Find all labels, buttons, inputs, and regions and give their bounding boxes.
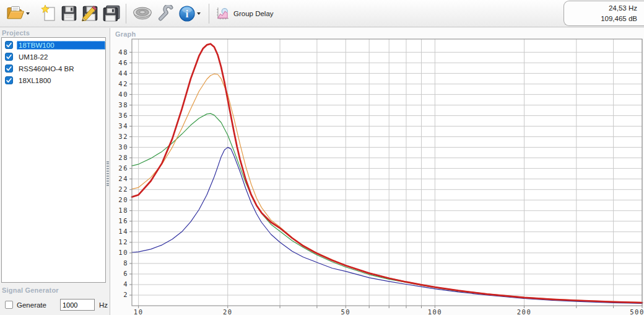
y-tick-label: 42 (118, 80, 128, 87)
speaker-driver-icon (132, 5, 153, 22)
y-tick-label: 2 (123, 291, 128, 298)
y-tick-label: 14 (118, 228, 128, 235)
save-button[interactable] (59, 4, 79, 23)
project-label[interactable]: UM18-22 (17, 53, 105, 61)
project-label[interactable]: 18TBW100 (17, 41, 105, 50)
save-all-button[interactable] (100, 4, 122, 23)
driver-database-button[interactable] (130, 4, 155, 23)
save-all-icon (102, 5, 120, 22)
project-row[interactable]: 18TBW100 (2, 39, 105, 51)
x-tick-label: 200 (517, 308, 531, 315)
graph-header: Graph (113, 29, 137, 38)
checkmark-icon (6, 65, 12, 72)
open-project-button[interactable] (4, 4, 34, 23)
y-tick-label: 8 (123, 259, 128, 267)
x-tick-label: 20 (223, 308, 233, 315)
project-row[interactable]: RSS460HO-4 BR (2, 63, 105, 74)
y-tick-label: 18 (118, 206, 128, 214)
checkmark-icon (6, 42, 12, 48)
group-delay-view-button[interactable]: Group Delay (213, 5, 276, 22)
cursor-level-value: 109,465 dB (568, 15, 637, 22)
y-tick-label: 16 (118, 217, 128, 224)
wrench-icon (157, 5, 175, 22)
group-delay-chart-icon (215, 6, 230, 21)
y-tick-label: 6 (123, 270, 128, 277)
info-button[interactable]: i (176, 4, 205, 24)
projects-list[interactable]: 18TBW100 UM18-22 RSS460HO-4 BR 18XL1800 (1, 37, 106, 283)
project-checkbox[interactable] (5, 64, 13, 73)
graph-panel: 2468101214161820222426283032343638404244… (110, 28, 644, 315)
main-toolbar: i Group Delay (0, 0, 644, 27)
splitter-grip-icon (107, 161, 109, 186)
app-window: { "toolbar": { "icons": ["open-project",… (0, 0, 644, 315)
tools-button[interactable] (155, 4, 176, 23)
checkmark-icon (6, 77, 12, 84)
y-tick-label: 4 (123, 280, 128, 288)
toolbar-separator (209, 4, 209, 24)
project-label[interactable]: 18XL1800 (17, 76, 105, 85)
x-tick-label: 100 (428, 308, 442, 315)
project-checkbox[interactable] (5, 41, 13, 49)
save-as-pencil-icon (81, 5, 98, 22)
group-delay-plot[interactable]: 2468101214161820222426283032343638404244… (110, 28, 644, 315)
signal-generator-header: Signal Generator (0, 285, 107, 295)
signal-generator-row: Generate Hz (0, 299, 107, 311)
y-tick-label: 38 (118, 101, 128, 109)
new-project-button[interactable] (39, 4, 59, 24)
svg-text:i: i (186, 8, 189, 20)
project-checkbox[interactable] (5, 53, 13, 61)
y-tick-label: 48 (118, 48, 128, 56)
cursor-readout-panel: 24,53 Hz 109,465 dB (564, 1, 644, 26)
y-tick-label: 36 (118, 112, 128, 119)
y-tick-label: 26 (118, 164, 128, 172)
y-tick-label: 22 (118, 185, 128, 193)
generate-label: Generate (17, 301, 46, 309)
project-label[interactable]: RSS460HO-4 BR (17, 64, 105, 73)
y-tick-label: 12 (118, 238, 128, 246)
toolbar-separator (126, 4, 126, 24)
y-tick-label: 40 (118, 91, 128, 98)
project-row[interactable]: UM18-22 (2, 51, 105, 63)
y-tick-label: 24 (118, 175, 128, 182)
y-tick-label: 20 (118, 196, 128, 203)
y-tick-label: 10 (118, 249, 128, 256)
generate-checkbox[interactable] (5, 301, 13, 309)
info-icon: i (178, 5, 196, 22)
y-tick-label: 46 (118, 59, 128, 66)
projects-panel: Projects 18TBW100 UM18-22 RSS460HO-4 BR (0, 28, 107, 315)
checkmark-icon (6, 53, 12, 60)
new-document-icon (41, 5, 57, 22)
open-folder-icon (6, 5, 25, 22)
y-tick-label: 30 (118, 143, 128, 151)
generator-frequency-input[interactable] (60, 299, 95, 311)
y-tick-label: 34 (118, 122, 128, 130)
cursor-frequency-value: 24,53 Hz (568, 4, 637, 12)
open-dropdown-arrow-icon[interactable] (26, 12, 30, 15)
plot-background (132, 39, 642, 306)
y-tick-label: 44 (118, 69, 128, 77)
y-tick-label: 28 (118, 154, 128, 161)
save-floppy-icon (61, 5, 77, 22)
x-tick-label: 10 (134, 308, 144, 315)
y-tick-label: 32 (118, 133, 128, 140)
x-tick-label: 500 (630, 308, 644, 315)
project-row[interactable]: 18XL1800 (2, 74, 105, 86)
save-as-button[interactable] (79, 4, 100, 23)
project-checkbox[interactable] (5, 76, 13, 84)
x-tick-label: 50 (341, 308, 350, 315)
info-dropdown-arrow-icon[interactable] (197, 12, 201, 15)
projects-header: Projects (0, 28, 107, 37)
group-delay-label: Group Delay (233, 10, 274, 17)
